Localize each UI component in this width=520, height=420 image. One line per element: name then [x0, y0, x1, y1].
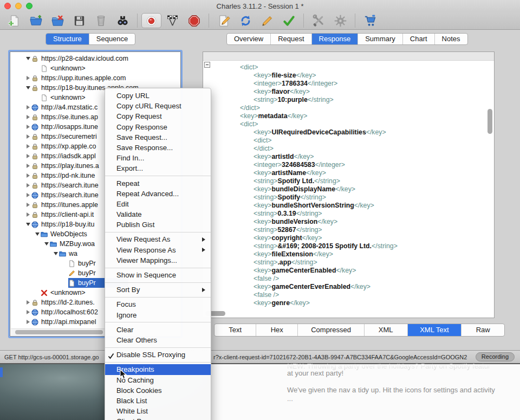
- tab-structure[interactable]: Structure: [46, 34, 89, 44]
- tab-raw[interactable]: Raw: [461, 324, 504, 336]
- toolbar-cart-button[interactable]: [359, 12, 381, 29]
- tree-item[interactable]: <unknown>: [10, 63, 180, 73]
- xml-line: <key>gameCenterEnabled</key>: [203, 267, 486, 275]
- disclosure-triangle[interactable]: [24, 183, 31, 188]
- menu-item-client-process[interactable]: Client Process: [105, 416, 211, 420]
- doc-icon: [41, 65, 49, 72]
- toolbar-record-button[interactable]: [141, 13, 161, 28]
- tab-compressed[interactable]: Compressed: [297, 324, 363, 336]
- tree-item-label: <unknown>: [50, 64, 86, 72]
- menu-separator: [105, 176, 211, 176]
- tab-summary[interactable]: Summary: [358, 34, 402, 44]
- menu-item-label: Repeat Advanced...: [116, 190, 179, 198]
- toolbar-clear-session-button[interactable]: [90, 12, 112, 29]
- menu-item-sort-by[interactable]: Sort By: [105, 285, 211, 295]
- disclosure-triangle[interactable]: [52, 252, 59, 255]
- disclosure-triangle[interactable]: [34, 232, 41, 236]
- menu-item-export[interactable]: Export...: [105, 163, 211, 173]
- menu-item-find-in[interactable]: Find In...: [105, 153, 211, 163]
- menu-item-copy-request[interactable]: Copy Request: [105, 111, 211, 121]
- disclosure-triangle[interactable]: [24, 76, 31, 80]
- menu-item-edit[interactable]: Edit: [105, 199, 211, 209]
- tab-overview[interactable]: Overview: [227, 34, 270, 44]
- scrollbar-thumb[interactable]: [15, 330, 103, 334]
- toolbar-tools-button[interactable]: [308, 12, 329, 29]
- disclosure-triangle[interactable]: [24, 144, 31, 148]
- disclosure-triangle[interactable]: [24, 212, 31, 217]
- xml-line: <key>UIRequiredDeviceCapabilities</key>: [203, 128, 486, 137]
- toolbar-validate-button[interactable]: [278, 12, 300, 29]
- menu-item-view-request-as[interactable]: View Request As: [105, 234, 211, 244]
- toolbar-repeat-button[interactable]: [235, 12, 256, 29]
- disclosure-triangle[interactable]: [24, 115, 31, 119]
- tab-request[interactable]: Request: [270, 34, 311, 44]
- disclosure-triangle[interactable]: [24, 164, 31, 168]
- toolbar-new-session-button[interactable]: [3, 12, 25, 29]
- toolbar-close-session-button[interactable]: [47, 12, 68, 29]
- disclosure-triangle[interactable]: [24, 203, 31, 207]
- menu-item-view-response-as[interactable]: View Response As: [105, 245, 211, 255]
- disclosure-triangle[interactable]: [24, 320, 31, 324]
- disclosure-triangle[interactable]: [24, 105, 31, 109]
- disclosure-triangle[interactable]: [24, 154, 31, 158]
- menu-separator: [105, 297, 211, 298]
- toolbar-edit-button[interactable]: [256, 12, 278, 29]
- menu-item-white-list[interactable]: White List: [105, 406, 211, 416]
- tree-item[interactable]: https://upp.itunes.apple.com: [10, 73, 180, 83]
- menu-item-show-in-sequence[interactable]: Show in Sequence: [105, 270, 211, 280]
- menu-item-clear[interactable]: Clear: [105, 325, 211, 335]
- menu-item-save-response[interactable]: Save Response...: [105, 143, 211, 153]
- menu-item-save-request[interactable]: Save Request...: [105, 132, 211, 143]
- menu-item-repeat-advanced[interactable]: Repeat Advanced...: [105, 189, 211, 199]
- tree-item[interactable]: https://p28-caldav.icloud.com: [10, 54, 180, 63]
- menu-item-label: Copy Request: [116, 112, 162, 120]
- structure-sequence-tabs: StructureSequence: [46, 33, 135, 45]
- tree-item-label: https://pd-nk.itune: [41, 172, 95, 179]
- tab-text[interactable]: Text: [214, 324, 256, 336]
- menu-item-label: Black List: [116, 397, 147, 405]
- disclosure-triangle[interactable]: [24, 57, 31, 60]
- toolbar-find-button[interactable]: [112, 12, 133, 29]
- tab-sequence[interactable]: Sequence: [89, 34, 135, 44]
- menu-item-disable-ssl-proxying[interactable]: Disable SSL Proxying: [105, 350, 211, 360]
- menu-item-focus[interactable]: Focus: [105, 299, 211, 309]
- menu-item-copy-curl-request[interactable]: Copy cURL Request: [105, 101, 211, 111]
- toolbar-open-session-button[interactable]: [25, 12, 47, 29]
- disclosure-triangle[interactable]: [24, 134, 31, 139]
- tab-xml[interactable]: XML: [364, 324, 407, 336]
- menu-item-ignore[interactable]: Ignore: [105, 310, 211, 320]
- disclosure-triangle[interactable]: [24, 86, 31, 89]
- disclosure-triangle[interactable]: [24, 173, 31, 178]
- tab-response[interactable]: Response: [311, 34, 358, 44]
- disclosure-triangle[interactable]: [24, 300, 31, 305]
- toolbar-compose-button[interactable]: [213, 12, 235, 29]
- scrollbar-thumb[interactable]: [487, 109, 492, 134]
- menu-item-validate[interactable]: Validate: [105, 209, 211, 219]
- tab-hex[interactable]: Hex: [256, 324, 297, 336]
- menu-item-publish-gist[interactable]: Publish Gist: [105, 219, 211, 230]
- menu-item-block-cookies[interactable]: Block Cookies: [105, 385, 211, 396]
- tab-xml-text[interactable]: XML Text: [407, 324, 461, 336]
- menu-item-copy-response[interactable]: Copy Response: [105, 122, 211, 132]
- toolbar-separator: [355, 14, 355, 28]
- disclosure-triangle[interactable]: [24, 193, 31, 197]
- menu-item-black-list[interactable]: Black List: [105, 396, 211, 406]
- menu-item-repeat[interactable]: Repeat: [105, 178, 211, 189]
- disclosure-triangle[interactable]: [24, 223, 31, 226]
- disclosure-triangle[interactable]: [24, 125, 31, 129]
- folder-icon: [59, 250, 67, 257]
- background-window: NEW: Throwing a party over the holidays?…: [211, 364, 520, 420]
- tab-notes[interactable]: Notes: [434, 34, 467, 44]
- globe-icon: [31, 221, 40, 228]
- toolbar-breakpoints-button[interactable]: [183, 12, 205, 29]
- menu-item-viewer-mappings[interactable]: Viewer Mappings...: [105, 255, 211, 266]
- toolbar-save-session-button[interactable]: [68, 12, 90, 29]
- menu-item-clear-others[interactable]: Clear Others: [105, 335, 211, 345]
- disclosure-triangle[interactable]: [24, 310, 31, 314]
- tab-chart[interactable]: Chart: [402, 34, 434, 44]
- toolbar-throttle-button[interactable]: [161, 12, 183, 29]
- toolbar-settings-button[interactable]: [329, 12, 351, 29]
- title-bar: Charles 3.11.2 - Session 1 *: [0, 0, 520, 12]
- disclosure-triangle[interactable]: [43, 242, 50, 245]
- menu-item-copy-url[interactable]: Copy URL: [105, 91, 211, 101]
